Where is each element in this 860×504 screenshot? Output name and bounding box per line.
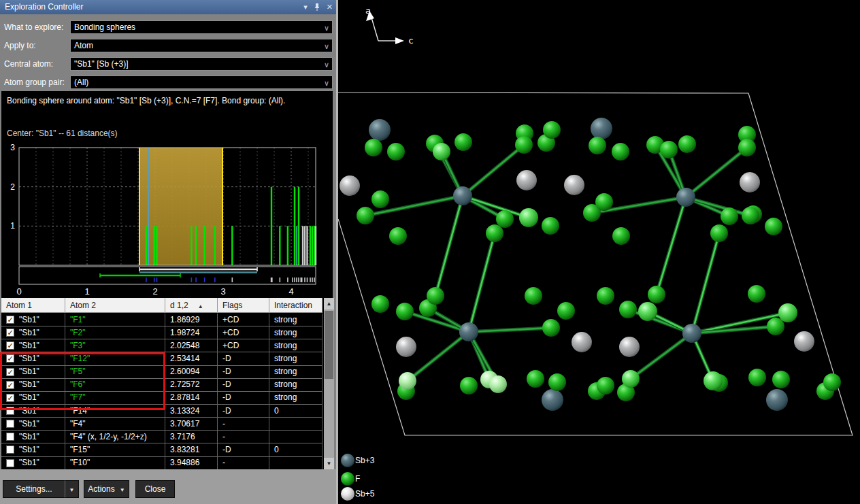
f-atom[interactable]: [496, 210, 514, 228]
f-atom[interactable]: [371, 295, 389, 313]
f-atom[interactable]: [765, 218, 782, 235]
combo-box[interactable]: Atom∨: [70, 39, 333, 52]
row-checkbox[interactable]: ✓: [6, 316, 14, 324]
table-row[interactable]: "Sb1""F4"3.70617-: [1, 418, 322, 431]
actions-button[interactable]: Actions▼: [84, 480, 129, 498]
f-atom[interactable]: [365, 139, 382, 156]
column-header-flags[interactable]: Flags: [218, 298, 269, 313]
row-checkbox[interactable]: [6, 407, 14, 415]
sb3-atom[interactable]: [676, 188, 695, 207]
f-atom[interactable]: [748, 285, 765, 303]
f-atom[interactable]: [595, 193, 613, 211]
sb3-atom[interactable]: [591, 118, 612, 139]
table-scrollbar[interactable]: ▲ ▼: [324, 298, 334, 469]
row-checkbox[interactable]: [6, 433, 14, 441]
f-atom[interactable]: [542, 217, 559, 235]
sb3-atom[interactable]: [459, 322, 478, 341]
f-atom[interactable]: [371, 190, 389, 208]
table-row[interactable]: ✓"Sb1""F5"2.60094-Dstrong: [1, 366, 322, 379]
fp-atom[interactable]: [399, 372, 416, 390]
close-icon[interactable]: ✕: [327, 0, 333, 14]
f-atom[interactable]: [597, 287, 614, 305]
distance-histogram[interactable]: 12301234: [1, 91, 333, 298]
fb-atom[interactable]: [519, 208, 538, 227]
f-atom[interactable]: [525, 287, 542, 305]
f-atom[interactable]: [738, 139, 756, 156]
table-row[interactable]: "Sb1""F15"3.83281-D0: [1, 443, 322, 456]
f-atom[interactable]: [543, 121, 561, 139]
f-atom[interactable]: [557, 302, 575, 320]
sb3-atom[interactable]: [453, 186, 472, 205]
titlebar-dropdown-icon[interactable]: ▾: [303, 0, 308, 14]
row-checkbox[interactable]: ✓: [6, 354, 14, 363]
sb3-atom[interactable]: [369, 119, 391, 141]
f-atom[interactable]: [742, 207, 759, 224]
row-checkbox[interactable]: ✓: [6, 394, 14, 402]
row-checkbox[interactable]: ✓: [6, 381, 14, 389]
row-checkbox[interactable]: [6, 420, 14, 428]
f-atom[interactable]: [823, 373, 841, 391]
settings-button[interactable]: Settings...: [3, 480, 65, 498]
sb5-atom[interactable]: [516, 170, 537, 190]
f-atom[interactable]: [486, 224, 503, 242]
sb5-atom[interactable]: [396, 337, 416, 357]
f-atom[interactable]: [721, 207, 738, 225]
sb5-atom[interactable]: [572, 332, 592, 352]
crystal-structure-view[interactable]: ac Sb+3FSb+5: [338, 0, 860, 504]
f-atom[interactable]: [772, 371, 790, 388]
sb3-atom[interactable]: [542, 389, 563, 411]
f-atom[interactable]: [612, 227, 630, 245]
f-atom[interactable]: [767, 318, 784, 335]
column-header-atom-1[interactable]: Atom 1: [1, 298, 65, 313]
f-atom[interactable]: [648, 286, 665, 303]
sb5-atom[interactable]: [340, 175, 360, 196]
table-row[interactable]: "Sb1""F10"3.94886-: [1, 457, 322, 470]
f-atom[interactable]: [396, 303, 414, 320]
f-atom[interactable]: [460, 377, 478, 394]
f-atom[interactable]: [527, 370, 544, 388]
column-header-d-1-2[interactable]: d 1,2▲: [165, 298, 218, 313]
row-checkbox[interactable]: ✓: [6, 368, 14, 376]
f-atom[interactable]: [389, 227, 407, 245]
combo-box[interactable]: "Sb1" [Sb (+3)]∨: [70, 57, 333, 71]
table-row[interactable]: "Sb1""F4" (x, 1/2-y, -1/2+z)3.7176-: [1, 431, 322, 443]
f-atom[interactable]: [387, 143, 405, 161]
sb5-atom[interactable]: [740, 172, 760, 192]
scroll-up-icon[interactable]: ▲: [324, 298, 334, 309]
table-row[interactable]: ✓"Sb1""F7"2.87814-Dstrong: [1, 392, 322, 405]
table-row[interactable]: ✓"Sb1""F12"2.53414-Dstrong: [1, 352, 322, 365]
fb-atom[interactable]: [778, 303, 797, 322]
fb-atom[interactable]: [622, 370, 640, 388]
f-atom[interactable]: [548, 373, 566, 391]
sb3-atom[interactable]: [766, 389, 788, 411]
f-atom[interactable]: [748, 369, 766, 386]
f-atom[interactable]: [710, 224, 728, 242]
row-checkbox[interactable]: ✓: [6, 329, 14, 337]
column-header-atom-2[interactable]: Atom 2: [65, 298, 165, 313]
scrollbar-thumb[interactable]: [325, 311, 333, 379]
combo-box[interactable]: Bonding spheres∨: [70, 20, 333, 34]
table-row[interactable]: ✓"Sb1""F2"1.98724+CDstrong: [1, 326, 322, 339]
f-atom[interactable]: [678, 135, 696, 153]
f-atom[interactable]: [589, 137, 606, 154]
sb5-atom[interactable]: [794, 331, 814, 352]
fb-atom[interactable]: [433, 143, 450, 161]
f-atom[interactable]: [619, 301, 637, 318]
close-button[interactable]: Close: [135, 480, 175, 498]
f-atom[interactable]: [660, 141, 678, 158]
f-atom[interactable]: [515, 136, 533, 154]
f-atom[interactable]: [357, 207, 374, 224]
table-row[interactable]: ✓"Sb1""F6"2.72572-Dstrong: [1, 379, 322, 392]
structure-viewport[interactable]: ac Sb+3FSb+5: [338, 0, 860, 504]
row-checkbox[interactable]: ✓: [6, 341, 14, 350]
settings-dropdown-button[interactable]: ▼: [65, 480, 79, 498]
f-atom[interactable]: [612, 143, 629, 161]
fp-atom[interactable]: [489, 375, 507, 393]
row-checkbox[interactable]: [6, 446, 14, 454]
sb3-atom[interactable]: [682, 324, 701, 343]
sb5-atom[interactable]: [564, 175, 584, 195]
f-atom[interactable]: [454, 133, 472, 151]
table-row[interactable]: ✓"Sb1""F3"2.02548+CDstrong: [1, 339, 322, 352]
pin-icon[interactable]: [314, 3, 320, 12]
row-checkbox[interactable]: [6, 459, 14, 467]
